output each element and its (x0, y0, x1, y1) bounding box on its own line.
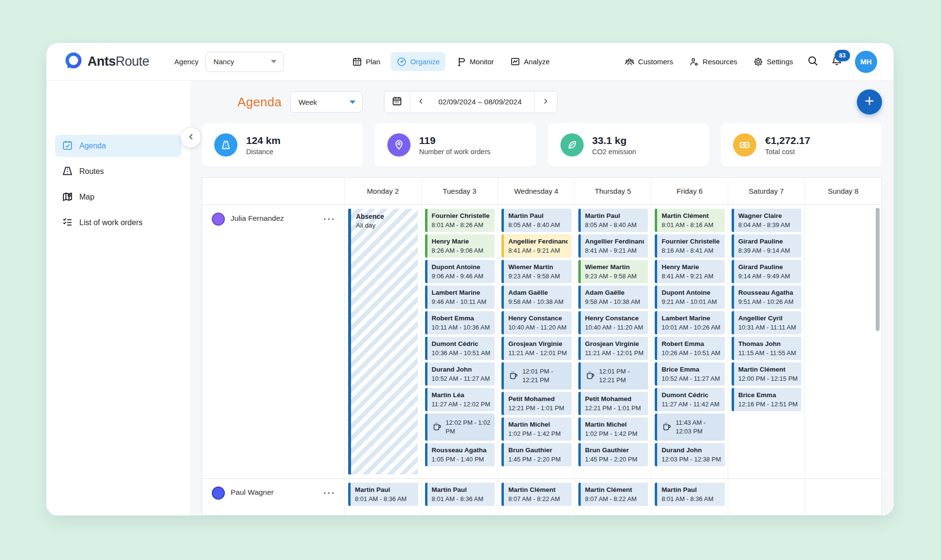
break-card[interactable]: 11:43 AM - 12:03 PM (655, 414, 725, 441)
work-order-card[interactable]: Wiemer Martin9:23 AM - 9:58 AM (578, 260, 648, 283)
antsroute-logo[interactable]: AntsRoute (64, 51, 149, 72)
break-card[interactable]: 12:02 PM - 1:02 PM (425, 414, 495, 441)
work-order-name: Petit Mohamed (585, 394, 645, 404)
sidebar-item-agenda[interactable]: Agenda (55, 135, 181, 157)
collapse-sidebar-button[interactable] (180, 127, 201, 148)
work-order-card[interactable]: Brun Gauthier1:45 PM - 2:20 PM (501, 443, 572, 466)
road-icon (214, 133, 237, 157)
work-order-card[interactable]: Angellier Ferdinand8:41 AM - 9:21 AM (501, 234, 572, 258)
work-order-card[interactable]: Fournier Christelle8:01 AM - 8:26 AM (425, 209, 495, 232)
work-order-card[interactable]: Robert Emma10:11 AM - 10:36 AM (425, 311, 495, 334)
work-order-card[interactable]: Angellier Ferdinand8:41 AM - 9:21 AM (578, 234, 648, 258)
break-card[interactable]: 12:01 PM - 12:21 PM (501, 362, 572, 389)
date-navigator: 02/09/2024 – 08/09/2024 (384, 91, 557, 113)
work-order-card[interactable]: Fournier Christelle8:16 AM - 8:41 AM (655, 234, 725, 258)
work-order-card[interactable]: Wagner Claire8:04 AM - 8:39 AM (732, 209, 802, 232)
work-order-card[interactable]: Martin Paul8:01 AM - 8:36 AM (425, 483, 495, 506)
work-order-name: Martin Paul (355, 485, 414, 495)
work-order-name: Martin Clément (662, 211, 721, 221)
resource-menu-button[interactable]: ··· (322, 487, 338, 500)
agency-select[interactable]: Nancy (206, 52, 284, 72)
work-order-card[interactable]: Lambert Marine9:46 AM - 10:11 AM (425, 286, 495, 309)
work-order-time: 8:41 AM - 9:21 AM (662, 272, 721, 281)
work-order-card[interactable]: Martin Paul8:05 AM - 8:40 AM (501, 209, 572, 232)
sidebar-item-map[interactable]: Map (55, 186, 181, 208)
work-order-card[interactable]: Dumont Cédric11:27 AM - 11:42 AM (655, 388, 725, 411)
nav-monitor[interactable]: Monitor (450, 52, 500, 71)
work-order-card[interactable]: Martin Michel1:02 PM - 1:42 PM (501, 417, 572, 441)
work-order-card[interactable]: Wiemer Martin9:23 AM - 9:58 AM (501, 260, 572, 283)
work-order-card[interactable]: Dumont Cédric10:36 AM - 10:51 AM (425, 337, 495, 360)
resource-menu-button[interactable]: ··· (322, 213, 338, 226)
work-order-card[interactable]: Martin Michel1:02 PM - 1:42 PM (578, 417, 648, 441)
nav-resources[interactable]: Resources (683, 52, 743, 72)
work-order-card[interactable]: Grosjean Virginie11:21 AM - 12:01 PM (578, 337, 648, 360)
work-order-name: Dumont Cédric (662, 390, 721, 400)
work-order-name: Martin Léa (432, 390, 491, 400)
work-order-card[interactable]: Angellier Cyril10:31 AM - 11:11 AM (732, 311, 802, 334)
break-card[interactable]: 12:01 PM - 12:21 PM (578, 362, 648, 389)
work-order-card[interactable]: Durand John10:52 AM - 11:27 AM (425, 362, 495, 386)
work-order-card[interactable]: Martin Paul8:05 AM - 8:40 AM (578, 209, 648, 232)
work-order-card[interactable]: Martin Clément8:01 AM - 8:16 AM (655, 209, 725, 232)
work-order-card[interactable]: Brice Emma10:52 AM - 11:27 AM (655, 362, 725, 386)
work-order-card[interactable]: Henry Constance10:40 AM - 11:20 AM (501, 311, 572, 334)
view-select[interactable]: Week (290, 91, 363, 113)
chart-icon (510, 57, 520, 67)
previous-week-button[interactable] (410, 91, 431, 113)
work-order-card[interactable]: Brice Emma12:16 PM - 12:51 PM (732, 388, 802, 411)
work-order-card[interactable]: Dupont Antoine9:06 AM - 9:46 AM (425, 260, 495, 283)
date-range-label[interactable]: 02/09/2024 – 08/09/2024 (431, 98, 534, 106)
work-order-card[interactable]: Henry Marie8:41 AM - 9:21 AM (655, 260, 725, 283)
work-order-card[interactable]: Girard Pauline9:14 AM - 9:49 AM (732, 260, 802, 283)
sidebar-item-label: List of work orders (79, 218, 143, 227)
work-order-time: 10:31 AM - 11:11 AM (738, 323, 798, 332)
work-order-card[interactable]: Grosjean Virginie11:21 AM - 12:01 PM (501, 337, 572, 360)
work-order-name: Robert Emma (432, 314, 491, 323)
work-order-card[interactable]: Martin Clément8:07 AM - 8:22 AM (578, 483, 648, 506)
nav-organize[interactable]: Organize (391, 52, 445, 71)
work-order-name: Martin Paul (508, 211, 568, 221)
add-button[interactable] (857, 89, 882, 115)
absence-block[interactable]: AbsenceAll day (348, 209, 418, 474)
work-order-card[interactable]: Petit Mohamed12:21 PM - 1:01 PM (501, 392, 572, 415)
work-order-card[interactable]: Martin Léa11:27 AM - 12:02 PM (425, 388, 495, 411)
work-order-card[interactable]: Petit Mohamed12:21 PM - 1:01 PM (578, 392, 648, 415)
work-order-card[interactable]: Girard Pauline8:39 AM - 9:14 AM (732, 234, 802, 258)
nav-analyze[interactable]: Analyze (504, 52, 555, 71)
next-week-button[interactable] (534, 91, 557, 113)
notifications-button[interactable]: 83 (827, 52, 847, 72)
work-order-card[interactable]: Robert Emma10:26 AM - 10:51 AM (655, 337, 725, 360)
work-order-card[interactable]: Henry Constance10:40 AM - 11:20 AM (578, 311, 648, 334)
work-order-card[interactable]: Rousseau Agatha1:05 PM - 1:40 PM (425, 443, 495, 466)
work-order-card[interactable]: Dupont Antoine9:21 AM - 10:01 AM (655, 286, 725, 309)
sidebar-item-routes[interactable]: Routes (55, 160, 181, 183)
stats-row: 124 kmDistance 119Number of work orders … (202, 123, 882, 167)
calendar-picker-button[interactable] (384, 91, 410, 113)
work-order-card[interactable]: Brun Gauthier1:45 PM - 2:20 PM (578, 443, 648, 466)
work-order-card[interactable]: Durand John12:03 PM - 12:38 PM (655, 443, 725, 466)
work-order-name: Martin Paul (662, 485, 721, 495)
resource-row: Paul Wagner···Martin Paul8:01 AM - 8:36 … (202, 478, 882, 516)
work-order-card[interactable]: Martin Paul8:01 AM - 8:36 AM (655, 483, 725, 506)
work-order-card[interactable]: Adam Gaëlle9:58 AM - 10:38 AM (501, 286, 572, 309)
work-order-card[interactable]: Rousseau Agatha9:51 AM - 10:26 AM (732, 286, 802, 309)
work-order-name: Henry Marie (432, 237, 491, 246)
sidebar-item-work-orders[interactable]: List of work orders (55, 212, 181, 234)
work-order-card[interactable]: Adam Gaëlle9:58 AM - 10:38 AM (578, 286, 648, 309)
stat-value: 119 (419, 134, 490, 147)
work-order-card[interactable]: Martin Clément8:07 AM - 8:22 AM (501, 483, 572, 506)
day-header: Sunday 8 (805, 178, 882, 204)
vertical-scrollbar[interactable] (876, 208, 880, 331)
nav-customers[interactable]: Customers (618, 52, 679, 72)
main-navigation: Plan Organize Monitor Analyze (346, 52, 555, 71)
work-order-card[interactable]: Martin Paul8:01 AM - 8:36 AM (348, 483, 418, 506)
work-order-card[interactable]: Lambert Marine10:01 AM - 10:26 AM (655, 311, 725, 334)
user-avatar[interactable]: MH (855, 51, 877, 73)
nav-plan[interactable]: Plan (346, 52, 386, 71)
work-order-card[interactable]: Henry Marie8:26 AM - 9:06 AM (425, 234, 495, 258)
nav-settings[interactable]: Settings (747, 52, 799, 72)
work-order-card[interactable]: Thomas John11:15 AM - 11:55 AM (732, 337, 802, 360)
search-button[interactable] (803, 52, 823, 72)
work-order-card[interactable]: Martin Clément12:00 PM - 12:15 PM (732, 362, 802, 386)
